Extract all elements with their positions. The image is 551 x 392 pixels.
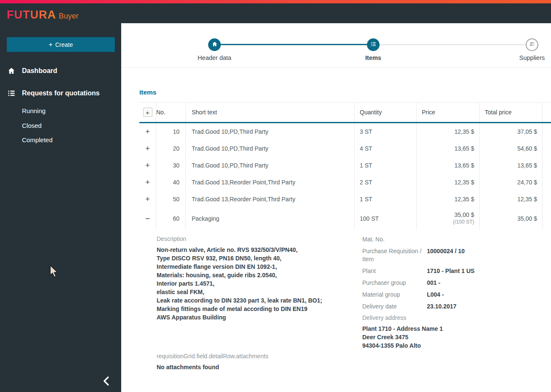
- collapse-sidebar-button[interactable]: [96, 371, 117, 392]
- item-quantity: 1 ST: [355, 191, 417, 208]
- sidebar-item-label: Dashboard: [22, 67, 57, 75]
- detail-field: Purchase Requisition / Item 10000024 / 1…: [362, 247, 548, 263]
- item-price: 12,35 $: [417, 174, 480, 191]
- item-no: 50: [156, 191, 186, 208]
- delivery-address-label: Delivery address: [362, 314, 548, 321]
- field-value: 001 -: [426, 279, 440, 287]
- create-button-label: Create: [55, 41, 73, 48]
- item-total-price: 24,70 $: [480, 174, 543, 191]
- header-quantity: Quantity: [355, 103, 417, 122]
- item-total-price: 35,00 $: [480, 208, 543, 230]
- header-total-price: Total price: [480, 103, 543, 122]
- field-value: L004 -: [426, 291, 444, 299]
- table-header-row: + No. Short text Quantity Price Total pr…: [139, 102, 551, 123]
- detail-field: Purchaser group 001 -: [362, 279, 548, 287]
- item-total-price: 54,60 $: [480, 140, 543, 157]
- attachments-empty-text: No attachments found: [157, 364, 362, 370]
- step-label: Header data: [189, 54, 240, 61]
- home-icon: [7, 67, 16, 75]
- sidebar-item-closed[interactable]: Closed: [22, 122, 42, 129]
- step-label: Items: [348, 54, 399, 61]
- step-header-data[interactable]: Header data: [189, 38, 240, 61]
- field-value: 23.10.2017: [426, 303, 456, 311]
- people-icon: [529, 41, 535, 49]
- item-quantity: 1 ST: [355, 157, 417, 174]
- collapse-row-button[interactable]: −: [145, 214, 150, 223]
- top-accent-bar: [0, 0, 551, 3]
- sidebar-item-requests-for-quotations[interactable]: Requests for quotations: [0, 87, 121, 100]
- field-value: 1710 - Plant 1 US: [426, 267, 475, 275]
- field-label: Mat. No.: [362, 235, 426, 243]
- expand-row-button[interactable]: +: [145, 144, 150, 153]
- description-text: Non-return valve, Article no. RVS 932/50…: [157, 246, 362, 322]
- item-short-text: Trad.Good 10,PD,Third Party: [186, 140, 355, 157]
- delivery-address-text: Plant 1710 - Address Name 1 Deer Creek 3…: [362, 324, 548, 350]
- item-total-price: 37,05 $: [480, 123, 543, 140]
- field-label: Purchaser group: [362, 279, 426, 287]
- detail-field: Plant 1710 - Plant 1 US: [362, 267, 548, 275]
- sidebar-item-dashboard[interactable]: Dashboard: [0, 64, 121, 78]
- step-items[interactable]: Items: [348, 38, 399, 61]
- list-icon: [370, 41, 377, 49]
- header-extra: [543, 103, 551, 122]
- chevron-left-icon: [100, 382, 113, 389]
- brand-name: FUTURA: [7, 8, 56, 21]
- header-price: Price: [417, 103, 480, 122]
- step-label: Suppliers: [507, 54, 551, 61]
- item-no: 30: [156, 157, 186, 174]
- detail-field: Mat. No.: [362, 235, 548, 243]
- item-short-text: Packaging: [186, 208, 355, 230]
- expand-row-button[interactable]: +: [145, 195, 150, 204]
- expand-row-button[interactable]: +: [145, 161, 150, 170]
- add-item-button[interactable]: +: [143, 108, 152, 117]
- item-no: 40: [156, 174, 186, 191]
- header-expand-cell: +: [139, 103, 156, 122]
- list-icon: [7, 89, 16, 97]
- detail-field: Delivery date 23.10.2017: [362, 303, 548, 311]
- field-label: Plant: [362, 267, 426, 275]
- expand-row-button[interactable]: +: [145, 127, 150, 136]
- detail-field: Material group L004 -: [362, 291, 548, 299]
- item-price: 13,65 $: [417, 157, 480, 174]
- item-quantity: 3 ST: [355, 123, 417, 140]
- item-quantity: 100 ST: [355, 208, 417, 230]
- sidebar: FUTURABuyer +Create Dashboard Requests f…: [0, 3, 121, 392]
- table-row: + 10 Trad.Good 10,PD,Third Party 3 ST 12…: [139, 123, 551, 140]
- field-label: Delivery date: [362, 303, 426, 311]
- attachments-label: requisitionGrid.field.detailRow.attachme…: [157, 353, 362, 360]
- field-label: Material group: [362, 291, 426, 299]
- items-section-title: Items: [139, 89, 551, 96]
- table-row-expanded: − 60 Packaging 100 ST 35,00 $ (/100 ST) …: [139, 208, 551, 230]
- item-detail-panel: Description Non-return valve, Article no…: [121, 235, 551, 370]
- step-circle: [208, 38, 221, 51]
- sidebar-item-running[interactable]: Running: [22, 107, 46, 114]
- item-quantity: 4 ST: [355, 140, 417, 157]
- plus-icon: +: [49, 41, 52, 48]
- item-quantity: 2 ST: [355, 174, 417, 191]
- header-no: No.: [156, 103, 186, 122]
- brand-suffix: Buyer: [59, 12, 79, 20]
- header-short-text: Short text: [186, 103, 355, 122]
- item-short-text: Trad.Good 10,PD,Third Party: [186, 123, 355, 140]
- table-row: + 30 Trad.Good 10,PD,Third Party 1 ST 13…: [139, 157, 551, 174]
- item-no: 60: [156, 208, 186, 230]
- item-short-text: Trad.Good 13,Reorder Point,Thrd Party: [186, 174, 355, 191]
- description-label: Description: [157, 235, 362, 242]
- item-price: 12,35 $: [417, 191, 480, 208]
- item-total-price: 12,35 $: [480, 191, 543, 208]
- item-no: 10: [156, 123, 186, 140]
- app-logo: FUTURABuyer: [7, 8, 79, 22]
- item-price-unit-note: (/100 ST): [453, 219, 474, 226]
- item-no: 20: [156, 140, 186, 157]
- item-price-value: 35,00 $: [454, 211, 474, 219]
- step-circle: [367, 38, 380, 51]
- item-short-text: Trad.Good 13,Reorder Point,Thrd Party: [186, 191, 355, 208]
- sidebar-item-completed[interactable]: Completed: [22, 136, 53, 143]
- expand-row-button[interactable]: +: [145, 178, 150, 187]
- field-value: 10000024 / 10: [426, 247, 465, 263]
- table-row: + 20 Trad.Good 10,PD,Third Party 4 ST 13…: [139, 140, 551, 157]
- table-row: + 50 Trad.Good 13,Reorder Point,Thrd Par…: [139, 191, 551, 208]
- create-button[interactable]: +Create: [7, 37, 115, 52]
- item-price: 12,35 $: [417, 123, 480, 140]
- step-suppliers[interactable]: Suppliers: [507, 38, 551, 61]
